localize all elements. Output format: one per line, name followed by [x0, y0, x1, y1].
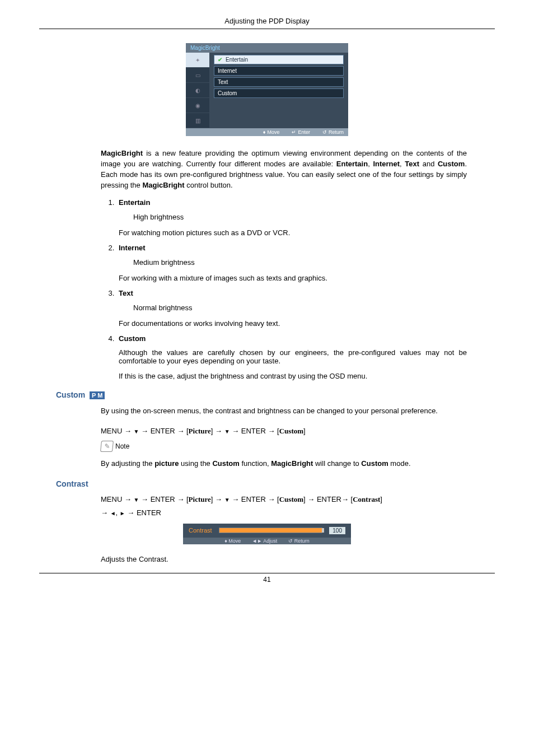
mode-name: Internet: [119, 244, 467, 252]
list-item: Entertain High brightness For watching m…: [116, 198, 467, 237]
osd-nav: ✦ ▭ ◐ ◉ ▥: [186, 53, 209, 128]
intro-paragraph: MagicBright is a new feature providing t…: [101, 148, 467, 190]
osd-option-custom: Custom: [214, 88, 344, 98]
pm-badge-icon: P M: [90, 391, 105, 399]
osd-menu: MagicBright ✦ ▭ ◐ ◉ ▥ ✔ Entertain Intern…: [186, 43, 348, 136]
note: ✎ Note: [101, 441, 495, 452]
osd-title: MagicBright: [186, 43, 348, 53]
mode-name: Entertain: [119, 198, 467, 207]
mode-desc: For watching motion pictures such as a D…: [119, 228, 467, 237]
osd-option-label: Custom: [218, 90, 237, 96]
contrast-label: Contrast: [189, 527, 212, 534]
osd-nav-item: ◐: [186, 83, 209, 98]
section-contrast: Contrast: [56, 479, 495, 488]
check-icon: ✔: [218, 57, 222, 63]
osd-nav-item: ▥: [186, 113, 209, 128]
contrast-osd: Contrast 100 ♦ Move ◄► Adjust ↺ Return: [183, 524, 351, 544]
list-item: Internet Medium brightness For working w…: [116, 244, 467, 282]
mode-desc2: If this is the case, adjust the brightne…: [119, 372, 467, 380]
mode-sub: Medium brightness: [133, 258, 439, 268]
contrast-slider: [219, 528, 323, 533]
custom-body: By using the on-screen menus, the contra…: [101, 406, 467, 417]
osd-hint-return: ↺ Return: [322, 129, 344, 135]
mode-sub: High brightness: [133, 212, 439, 223]
mode-desc: For working with a mixture of images suc…: [119, 274, 467, 282]
osd-option-label: Text: [218, 79, 228, 85]
osd-footer: ♦ Move ↵ Enter ↺ Return: [186, 128, 348, 136]
contrast-body: Adjusts the Contrast.: [101, 554, 467, 565]
osd-hint-enter: ↵ Enter: [292, 129, 310, 135]
section-custom: Custom P M: [56, 390, 495, 399]
osd-nav-item: ◉: [186, 98, 209, 113]
osd-hint-adjust: ◄► Adjust: [252, 538, 277, 544]
mode-name: Text: [119, 289, 467, 297]
page-header: Adjusting the PDP Display: [39, 17, 495, 29]
note-label: Note: [115, 442, 129, 450]
mode-name: Custom: [119, 334, 467, 343]
page-number: 41: [39, 573, 495, 584]
osd-option-text: Text: [214, 77, 344, 87]
list-item: Custom Although the values are carefully…: [116, 334, 467, 380]
note-icon: ✎: [100, 441, 114, 452]
osd-hint-move: ♦ Move: [263, 129, 280, 135]
mode-desc: For documentations or works involving he…: [119, 319, 467, 328]
mode-desc: Although the values are carefully chosen…: [119, 348, 467, 365]
contrast-footer: ♦ Move ◄► Adjust ↺ Return: [183, 538, 351, 544]
osd-option-label: Internet: [218, 68, 237, 74]
list-item: Text Normal brightness For documentation…: [116, 289, 467, 328]
osd-option-internet: Internet: [214, 66, 344, 76]
osd-hint-move: ♦ Move: [224, 538, 241, 544]
osd-option-entertain: ✔ Entertain: [214, 55, 344, 64]
contrast-menu-path: MENU → → ENTER → [Picture] → → ENTER → […: [101, 493, 467, 520]
mode-list: Entertain High brightness For watching m…: [101, 198, 467, 380]
osd-option-label: Entertain: [226, 57, 248, 63]
osd-nav-item: ✦: [186, 53, 209, 68]
osd-nav-item: ▭: [186, 68, 209, 83]
custom-menu-path: MENU → → ENTER → [Picture] → → ENTER → […: [101, 424, 467, 438]
custom-note-text: By adjusting the picture using the Custo…: [101, 459, 467, 469]
contrast-value: 100: [329, 527, 345, 534]
mode-sub: Normal brightness: [133, 303, 439, 314]
osd-hint-return: ↺ Return: [288, 538, 310, 544]
